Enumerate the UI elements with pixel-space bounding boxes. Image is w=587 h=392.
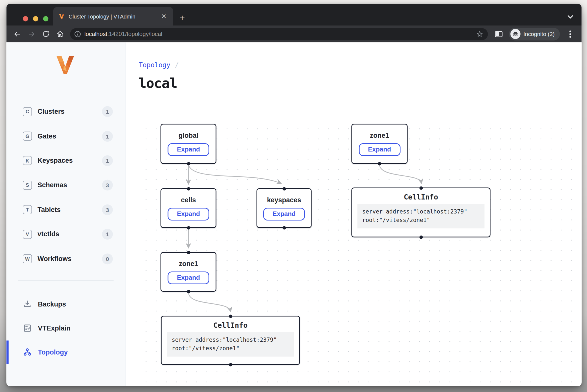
sidebar-divider (18, 280, 114, 281)
sidebar-item-label: Topology (38, 348, 68, 356)
cellinfo-title: CellInfo (404, 193, 438, 201)
node-zone1-cell: zone1 Expand (352, 124, 408, 164)
main-panel: Topology/ local (126, 42, 582, 386)
vtctlds-icon: V (23, 230, 32, 239)
new-tab-button[interactable]: + (180, 14, 185, 22)
count-badge: 1 (102, 155, 113, 166)
node-title: global (178, 132, 198, 140)
incognito-badge[interactable]: Incognito (2) (509, 28, 560, 40)
cellinfo-code: server_address:"localhost:2379"root:"/vi… (167, 332, 294, 356)
download-icon (23, 300, 32, 309)
site-info-icon[interactable] (74, 30, 81, 37)
port-dot (419, 186, 423, 190)
edge-global-keyspaces (188, 165, 281, 184)
node-title: zone1 (370, 132, 389, 140)
node-keyspaces: keyspaces Expand (256, 188, 312, 228)
browser-toolbar: localhost:14201/topology/local Incognito… (6, 26, 582, 42)
sidebar-item-label: Backups (38, 300, 66, 308)
minimize-window-button[interactable] (33, 16, 38, 22)
breadcrumb: Topology/ (139, 61, 179, 69)
sidebar-item-vtctlds[interactable]: V vtctlds 1 (6, 222, 126, 246)
url-text[interactable]: localhost:14201/topology/local (84, 30, 472, 37)
page-title: local (138, 76, 177, 91)
sidebar: C Clusters 1 G Gates 1 K Keyspaces 1 (6, 42, 126, 386)
tab-strip: Cluster Topology | VTAdmin ✕ + (6, 4, 582, 26)
sidebar-item-workflows[interactable]: W Workflows 0 (6, 246, 126, 271)
url-host: localhost (84, 30, 108, 37)
node-title: zone1 (179, 260, 198, 268)
schemas-icon: S (23, 181, 32, 190)
screen: Cluster Topology | VTAdmin ✕ + (0, 0, 587, 392)
expand-button[interactable]: Expand (168, 208, 210, 220)
port-dot (187, 162, 190, 165)
node-cellinfo-lower: CellInfo server_address:"localhost:2379"… (161, 316, 300, 365)
expand-button[interactable]: Expand (168, 143, 210, 156)
breadcrumb-separator: / (175, 61, 179, 69)
sidebar-item-gates[interactable]: G Gates 1 (6, 124, 126, 148)
maximize-window-button[interactable] (43, 16, 48, 22)
port-dot (419, 235, 423, 239)
clusters-icon: C (23, 107, 32, 116)
tablets-icon: T (23, 205, 32, 214)
breadcrumb-topology-link[interactable]: Topology (139, 61, 170, 69)
count-badge: 1 (102, 106, 113, 117)
close-window-button[interactable] (23, 16, 28, 22)
workflows-icon: W (23, 254, 32, 263)
sidebar-tools: Backups VTExplain Topology (6, 292, 126, 364)
sidebar-nav: C Clusters 1 G Gates 1 K Keyspaces 1 (6, 100, 126, 271)
node-title: cells (181, 196, 196, 204)
node-global: global Expand (160, 124, 216, 164)
sidebar-item-label: Tablets (38, 206, 102, 214)
home-button[interactable] (54, 28, 66, 40)
sidebar-item-vtexplain[interactable]: VTExplain (6, 316, 126, 340)
incognito-label: Incognito (2) (523, 31, 554, 37)
browser-menu-kebab-icon[interactable] (564, 28, 576, 40)
address-bar[interactable]: localhost:14201/topology/local (70, 28, 488, 40)
topology-graph: global Expand zone1 Expand cells (139, 119, 580, 386)
count-badge: 3 (102, 204, 113, 215)
traffic-lights (23, 16, 48, 22)
tab-close-icon[interactable]: ✕ (160, 12, 168, 20)
sidebar-item-label: Schemas (38, 181, 102, 189)
sidebar-item-label: Clusters (38, 108, 102, 116)
node-title: keyspaces (267, 196, 301, 204)
sidebar-item-schemas[interactable]: S Schemas 3 (6, 173, 126, 198)
expand-button[interactable]: Expand (168, 271, 210, 284)
keyspaces-icon: K (23, 156, 32, 165)
count-badge: 1 (102, 229, 113, 240)
port-dot (229, 363, 232, 366)
reload-button[interactable] (40, 28, 52, 40)
count-badge: 0 (102, 253, 113, 264)
vitess-logo (55, 56, 76, 75)
sidebar-item-clusters[interactable]: C Clusters 1 (6, 100, 126, 124)
forward-button[interactable] (25, 28, 38, 40)
sidebar-item-label: Gates (38, 132, 102, 140)
port-dot (187, 226, 190, 230)
vitess-favicon-icon (58, 13, 65, 19)
side-panel-icon[interactable] (492, 28, 505, 40)
gates-icon: G (23, 132, 32, 141)
port-dot (187, 251, 190, 254)
expand-button[interactable]: Expand (359, 143, 400, 156)
topology-icon (23, 348, 32, 357)
sidebar-item-label: vtctlds (38, 230, 102, 238)
expand-button[interactable]: Expand (263, 208, 305, 220)
tab-title: Cluster Topology | VTAdmin (69, 13, 156, 19)
sidebar-item-label: VTExplain (38, 324, 71, 332)
count-badge: 3 (102, 180, 113, 191)
port-dot (378, 162, 381, 165)
port-dot (229, 314, 232, 318)
sidebar-item-backups[interactable]: Backups (6, 292, 126, 316)
cellinfo-title: CellInfo (213, 321, 248, 329)
tab-search-chevron-icon[interactable] (568, 15, 574, 19)
back-button[interactable] (11, 28, 24, 40)
bookmark-star-icon[interactable] (476, 30, 483, 38)
sidebar-item-topology[interactable]: Topology (6, 340, 126, 364)
port-dot (282, 226, 286, 230)
incognito-icon (510, 29, 520, 39)
document-check-icon (23, 324, 32, 333)
browser-tab[interactable]: Cluster Topology | VTAdmin ✕ (53, 7, 173, 26)
sidebar-item-keyspaces[interactable]: K Keyspaces 1 (6, 148, 126, 173)
active-indicator (6, 340, 9, 364)
sidebar-item-tablets[interactable]: T Tablets 3 (6, 198, 126, 222)
